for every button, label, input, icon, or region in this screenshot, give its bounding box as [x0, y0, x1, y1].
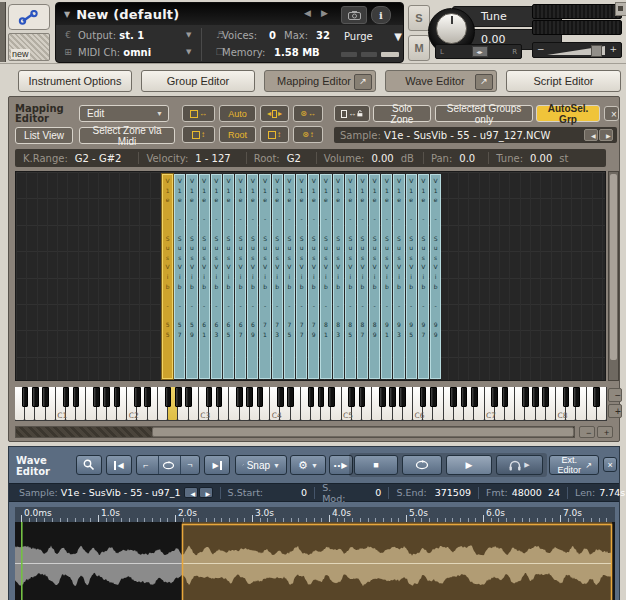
keyboard-scroll-track[interactable]: [15, 426, 575, 438]
zone[interactable]: V1e - SusVib - 89: [369, 174, 380, 379]
zone-grid[interactable]: V1e - SusVib - 55V1e - SusVib - 57V1e - …: [15, 171, 606, 381]
piano-key-black[interactable]: [593, 387, 600, 407]
list-view-button[interactable]: List View: [15, 127, 73, 144]
jump-to-start-button[interactable]: ◀: [106, 455, 132, 475]
pan-handle[interactable]: ◂▸: [472, 46, 488, 57]
zone[interactable]: V1e - SusVib - 75: [284, 174, 295, 379]
piano-key-black[interactable]: [471, 387, 478, 407]
tab-group-editor[interactable]: Group Editor: [141, 70, 255, 92]
piano-key-black[interactable]: [134, 387, 141, 407]
root-value[interactable]: G2: [287, 153, 301, 164]
ext-editor-button[interactable]: Ext. Editor ↗: [549, 455, 599, 475]
smod-value[interactable]: 0: [375, 487, 381, 498]
snapshot-camera-button[interactable]: [341, 6, 367, 24]
piano-key-black[interactable]: [328, 387, 335, 407]
next-sample-button[interactable]: ▶: [599, 129, 613, 141]
piano-key-black[interactable]: [522, 387, 529, 407]
loop-start-icon[interactable]: ⌐: [137, 456, 155, 474]
piano-key-black[interactable]: [114, 387, 121, 407]
piano-key-black[interactable]: [359, 387, 366, 407]
output-value[interactable]: st. 1: [119, 30, 144, 41]
piano-key-black[interactable]: [502, 387, 509, 407]
piano-key-black[interactable]: [42, 387, 49, 407]
piano-key-black[interactable]: [144, 387, 151, 407]
zone[interactable]: V1e - SusVib - 71: [259, 174, 270, 379]
volume-minus-icon[interactable]: −: [537, 44, 545, 54]
popout-icon[interactable]: ↗: [354, 74, 372, 90]
keyboard-zoom-out-button[interactable]: −: [608, 388, 622, 402]
auto-button[interactable]: Auto: [219, 105, 256, 122]
mute-button[interactable]: M: [408, 35, 430, 61]
volume-slider[interactable]: − +: [532, 42, 622, 58]
piano-key-black[interactable]: [206, 387, 213, 407]
keyboard-zoom-in-button[interactable]: +: [608, 404, 622, 418]
max-value[interactable]: 32: [316, 30, 330, 41]
next-instrument-icon[interactable]: ▶: [321, 8, 338, 18]
piano-key-black[interactable]: [573, 387, 580, 407]
piano-key-black[interactable]: [236, 387, 243, 407]
piano-key-black[interactable]: [63, 387, 70, 407]
collapse-caret-icon[interactable]: ▼: [64, 10, 70, 19]
zone[interactable]: V1e - SusVib - 95: [406, 174, 417, 379]
wave-timeline-ruler[interactable]: 0.0ms1.0s2.0s3.0s4.0s5.0s6.0s7.0s: [15, 507, 615, 522]
solo-zone-button[interactable]: Solo Zone: [373, 105, 431, 122]
piano-key-black[interactable]: [216, 387, 223, 407]
hscroll-minus-button[interactable]: −: [579, 426, 595, 438]
scrollbar-thumb[interactable]: [610, 174, 617, 360]
velocity-value[interactable]: 1 - 127: [195, 153, 230, 164]
zone-height-button[interactable]: ↕: [182, 126, 215, 143]
autosel-grp-button[interactable]: AutoSel. Grp: [536, 105, 600, 122]
piano-key-black[interactable]: [93, 387, 100, 407]
zone[interactable]: V1e - SusVib - 87: [357, 174, 368, 379]
send-value[interactable]: 371509: [435, 487, 471, 498]
tab-mapping-editor[interactable]: Mapping Editor ↗: [264, 70, 376, 92]
piano-key-black[interactable]: [379, 387, 386, 407]
tab-instrument-options[interactable]: Instrument Options: [18, 70, 132, 92]
loop-end-icon[interactable]: ¬: [180, 456, 199, 474]
volume-plus-icon[interactable]: +: [609, 44, 617, 54]
piano-key-black[interactable]: [318, 387, 325, 407]
piano-key-black[interactable]: [277, 387, 284, 407]
loop-playback-button[interactable]: [402, 455, 442, 475]
piano-key-black[interactable]: [532, 387, 539, 407]
volume-handle[interactable]: [591, 45, 602, 57]
piano-key-black[interactable]: [563, 387, 570, 407]
loop-edit-group[interactable]: ⌐ ¬: [136, 455, 200, 475]
zone[interactable]: V1e - SusVib - 93: [393, 174, 404, 379]
keyboard-scroll-thumb[interactable]: [152, 427, 574, 437]
piano-key-black[interactable]: [491, 387, 498, 407]
purge-button[interactable]: Purge ▼: [340, 29, 404, 44]
piano-key-black[interactable]: [287, 387, 294, 407]
loop-icon[interactable]: [158, 456, 177, 474]
zone[interactable]: V1e - SusVib - 83: [333, 174, 344, 379]
piano-key-black[interactable]: [246, 387, 253, 407]
close-mapping-editor-button[interactable]: ×: [604, 106, 619, 121]
popout-icon[interactable]: ↗: [475, 74, 493, 90]
zone[interactable]: V1e - SusVib - 99: [430, 174, 441, 379]
piano-key-black[interactable]: [73, 387, 80, 407]
zone[interactable]: V1e - SusVib - 91: [381, 174, 392, 379]
select-zone-via-midi-button[interactable]: Select Zone via Midi: [79, 127, 175, 144]
zone-selected[interactable]: V1e - SusVib - 55: [162, 174, 173, 379]
root-button[interactable]: Root: [219, 126, 256, 143]
close-wave-editor-button[interactable]: ×: [603, 457, 617, 472]
play-button[interactable]: ▶: [446, 455, 492, 475]
zone[interactable]: V1e - SusVib - 59: [186, 174, 197, 379]
pan-slider[interactable]: L R ◂▸: [435, 44, 522, 59]
stop-button[interactable]: ■: [354, 455, 398, 475]
piano-key-black[interactable]: [430, 387, 437, 407]
monitor-button[interactable]: ▶: [496, 455, 543, 475]
piano-key-black[interactable]: [420, 387, 427, 407]
output-dropdown-icon[interactable]: ▼: [186, 31, 191, 39]
snap-button[interactable]: Snap ▼: [235, 455, 287, 475]
volume-value[interactable]: 0.00: [371, 153, 393, 164]
prev-sample-button[interactable]: ◀: [584, 129, 598, 141]
waveform-display[interactable]: [15, 522, 615, 600]
hscroll-plus-button[interactable]: +: [597, 426, 613, 438]
corner-button[interactable]: [615, 2, 626, 16]
jump-to-end-button[interactable]: ▶: [204, 455, 230, 475]
prev-instrument-icon[interactable]: ◀: [304, 8, 321, 18]
zone[interactable]: V1e - SusVib - 69: [247, 174, 258, 379]
zoom-tool-button[interactable]: [76, 455, 102, 475]
zone-width-button[interactable]: ↔: [182, 105, 215, 122]
